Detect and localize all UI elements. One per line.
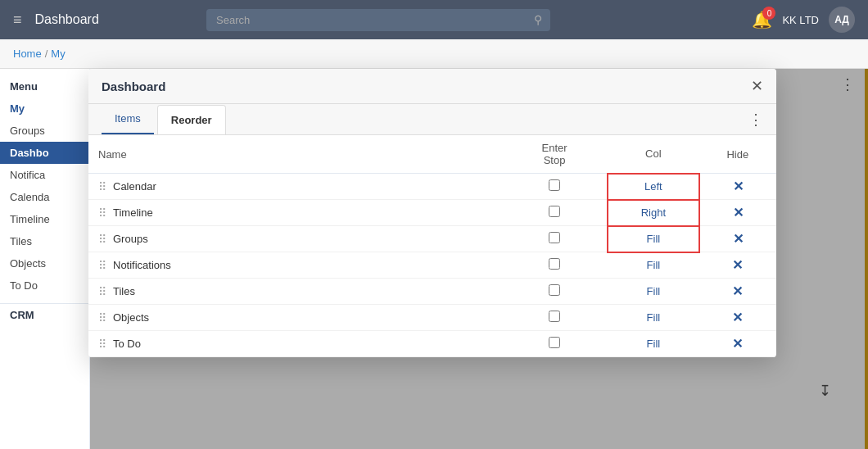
- company-name: KK LTD: [782, 14, 819, 26]
- hide-button[interactable]: ✕: [732, 337, 743, 351]
- drag-handle[interactable]: ⠿: [98, 311, 106, 324]
- modal-header: Dashboard ✕: [88, 69, 776, 104]
- item-name-cell: ⠿Groups: [88, 226, 501, 252]
- item-label: Calendar: [113, 180, 156, 193]
- enter-stop-checkbox[interactable]: [549, 206, 560, 217]
- hamburger-icon: ≡: [13, 11, 22, 29]
- enter-stop-cell: [501, 252, 608, 279]
- sidebar: Menu My Groups Dashbo Notifica Calenda T…: [0, 69, 90, 449]
- breadcrumb: Home / My: [0, 39, 868, 69]
- sidebar-item-notifications[interactable]: Notifica: [0, 164, 89, 186]
- sidebar-item-tiles[interactable]: Tiles: [0, 230, 89, 252]
- hide-button[interactable]: ✕: [732, 258, 743, 272]
- modal-tabs-dots[interactable]: ⋮: [748, 111, 763, 129]
- main-layout: Menu My Groups Dashbo Notifica Calenda T…: [0, 69, 868, 449]
- tab-items[interactable]: Items: [102, 104, 154, 134]
- col-cell: Fill: [608, 226, 699, 252]
- hide-cell: ✕: [699, 226, 776, 252]
- hide-cell: ✕: [699, 305, 776, 331]
- notification-badge: 0: [762, 7, 775, 20]
- sidebar-item-calendar[interactable]: Calenda: [0, 186, 89, 208]
- sidebar-item-dashboard[interactable]: Dashbo: [0, 142, 89, 164]
- col-link[interactable]: Left: [644, 180, 662, 193]
- hide-button[interactable]: ✕: [733, 232, 744, 246]
- drag-handle[interactable]: ⠿: [98, 180, 106, 193]
- col-cell: Fill: [608, 252, 699, 279]
- hide-button[interactable]: ✕: [733, 206, 744, 220]
- hide-cell: ✕: [699, 279, 776, 305]
- drag-handle[interactable]: ⠿: [98, 259, 106, 272]
- item-label: Notifications: [113, 259, 171, 271]
- enter-stop-checkbox[interactable]: [549, 284, 560, 296]
- topbar: ≡ Dashboard ⚲ 🔔 0 KK LTD АД: [0, 0, 868, 39]
- drag-handle[interactable]: ⠿: [98, 233, 106, 246]
- sidebar-my-label[interactable]: My: [0, 98, 89, 120]
- item-label: Objects: [113, 311, 149, 324]
- breadcrumb-my[interactable]: My: [51, 48, 65, 60]
- col-header-enter-stop: EnterStop: [501, 135, 608, 174]
- content-area: ⋮ Dashboard ✕ Items Reorder ⋮ Nam: [90, 69, 868, 449]
- enter-stop-checkbox[interactable]: [549, 337, 560, 348]
- col-link[interactable]: Right: [641, 206, 666, 219]
- drag-handle[interactable]: ⠿: [98, 206, 106, 220]
- item-label: Groups: [113, 233, 148, 245]
- tab-reorder[interactable]: Reorder: [157, 105, 226, 134]
- search-input[interactable]: [206, 9, 550, 31]
- enter-stop-checkbox[interactable]: [549, 232, 560, 243]
- sidebar-item-groups[interactable]: Groups: [0, 120, 89, 142]
- enter-stop-cell: [501, 305, 608, 331]
- search-bar: ⚲: [206, 9, 550, 31]
- modal-close-button[interactable]: ✕: [751, 79, 763, 93]
- app-title: Dashboard: [35, 12, 99, 27]
- hide-button[interactable]: ✕: [733, 179, 744, 193]
- item-label: Timeline: [113, 206, 153, 219]
- item-label: Tiles: [113, 285, 135, 297]
- breadcrumb-home[interactable]: Home: [13, 48, 42, 60]
- drag-handle[interactable]: ⠿: [98, 338, 106, 351]
- hide-button[interactable]: ✕: [732, 311, 743, 324]
- hide-cell: ✕: [699, 200, 776, 226]
- sidebar-section-menu: Menu My Groups Dashbo Notifica Calenda T…: [0, 69, 89, 303]
- col-link[interactable]: Fill: [647, 233, 661, 245]
- table-row: ⠿To DoFill✕: [88, 331, 776, 357]
- item-name-cell: ⠿Tiles: [88, 279, 501, 305]
- hide-button[interactable]: ✕: [732, 284, 743, 298]
- col-header-hide: Hide: [699, 135, 776, 174]
- items-table: Name EnterStop Col Hide ⠿CalendarLeft✕⠿T…: [88, 135, 776, 357]
- col-link[interactable]: Fill: [647, 285, 661, 297]
- table-row: ⠿GroupsFill✕: [88, 226, 776, 252]
- item-label: To Do: [113, 338, 141, 350]
- sidebar-crm-label[interactable]: CRM: [0, 303, 89, 326]
- sidebar-item-objects[interactable]: Objects: [0, 252, 89, 274]
- item-name-cell: ⠿To Do: [88, 331, 501, 357]
- sidebar-item-timeline[interactable]: Timeline: [0, 208, 89, 230]
- enter-stop-checkbox[interactable]: [549, 179, 560, 191]
- enter-stop-cell: [501, 226, 608, 252]
- item-name-cell: ⠿Objects: [88, 305, 501, 331]
- col-link[interactable]: Fill: [647, 311, 661, 324]
- enter-stop-checkbox[interactable]: [549, 258, 560, 270]
- avatar[interactable]: АД: [829, 7, 855, 33]
- col-link[interactable]: Fill: [647, 338, 661, 350]
- sidebar-item-todo[interactable]: To Do: [0, 274, 89, 297]
- col-cell: Left: [608, 174, 699, 200]
- item-name-cell: ⠿Notifications: [88, 252, 501, 279]
- col-cell: Right: [608, 200, 699, 226]
- table-row: ⠿NotificationsFill✕: [88, 252, 776, 279]
- table-row: ⠿TilesFill✕: [88, 279, 776, 305]
- enter-stop-checkbox[interactable]: [549, 311, 560, 322]
- col-cell: Fill: [608, 305, 699, 331]
- modal-title: Dashboard: [102, 79, 165, 93]
- hamburger-menu[interactable]: ≡: [13, 11, 22, 29]
- col-header-col: Col: [608, 135, 699, 174]
- table-row: ⠿CalendarLeft✕: [88, 174, 776, 200]
- item-name-cell: ⠿Calendar: [88, 174, 501, 200]
- enter-stop-cell: [501, 174, 608, 200]
- drag-handle[interactable]: ⠿: [98, 285, 106, 298]
- hide-cell: ✕: [699, 331, 776, 357]
- notification-bell[interactable]: 🔔 0: [752, 10, 772, 29]
- hide-cell: ✕: [699, 174, 776, 200]
- col-cell: Fill: [608, 331, 699, 357]
- col-link[interactable]: Fill: [647, 259, 661, 271]
- col-header-name: Name: [88, 135, 501, 174]
